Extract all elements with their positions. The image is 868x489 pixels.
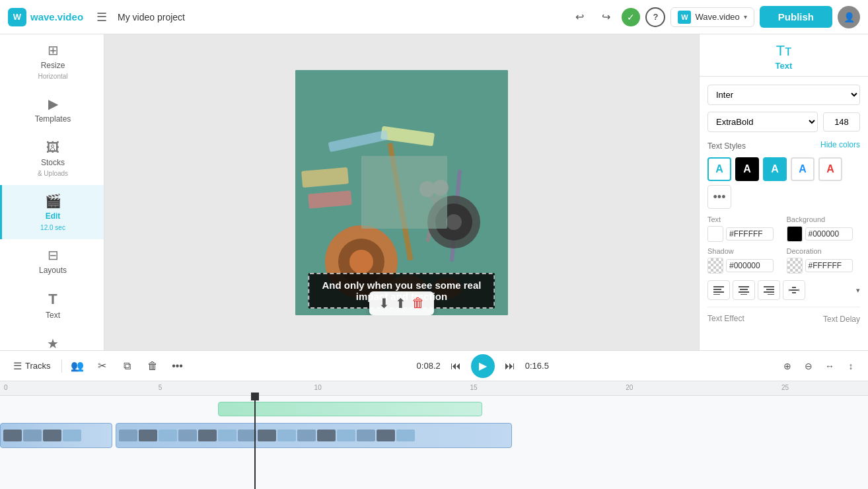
align-left-button[interactable] <box>707 280 730 300</box>
track-clip-subtitle[interactable] <box>218 402 482 416</box>
track-clip-inner-1 <box>1 430 84 441</box>
cut-button[interactable]: ✂ <box>92 356 112 376</box>
delete-button[interactable]: 🗑 <box>143 356 163 376</box>
text-delay-spacer: Text Delay <box>823 313 860 324</box>
sidebar-item-overlays[interactable]: ★ Overlays & Stickers <box>0 328 104 350</box>
sidebar-label-layouts: Layouts <box>39 266 67 275</box>
text-color-swatch[interactable] <box>707 226 723 242</box>
svg-point-12 <box>446 214 462 230</box>
style-swatch-black[interactable]: A <box>735 157 759 181</box>
style-swatch-blue-outline[interactable]: A <box>791 157 814 181</box>
toolbar-divider-1 <box>61 359 62 373</box>
text-send-back-button[interactable]: ⬇ <box>379 295 390 311</box>
decoration-color-swatch[interactable] <box>787 258 803 274</box>
font-family-row: Inter <box>707 85 860 105</box>
track-thumb-19 <box>396 430 415 441</box>
sidebar-item-text[interactable]: T Text <box>0 283 104 328</box>
skip-forward-button[interactable]: ⏭ <box>500 356 520 376</box>
sidebar-item-edit[interactable]: 🎬 Edit 12.0 sec <box>0 185 104 239</box>
style-swatch-outlined[interactable]: A <box>707 157 731 181</box>
expand-button[interactable]: ↔ <box>820 357 839 375</box>
redo-button[interactable]: ↪ <box>595 7 616 28</box>
font-family-select[interactable]: Inter <box>707 85 860 105</box>
more-styles-button[interactable]: ••• <box>707 185 731 209</box>
resize-icon: ⊞ <box>48 42 59 58</box>
bg-color-row: Background #000000 <box>787 215 861 242</box>
sidebar-item-layouts[interactable]: ⊟ Layouts <box>0 239 104 283</box>
font-size-input[interactable] <box>823 112 860 132</box>
zoom-in-button[interactable]: ⊕ <box>778 357 797 375</box>
right-panel-header: Tт Text <box>700 34 868 77</box>
line-height-arrow[interactable]: ▾ <box>856 286 860 295</box>
templates-icon: ▶ <box>48 96 58 112</box>
sidebar-item-templates[interactable]: ▶ Templates <box>0 88 104 132</box>
track-thumb-2 <box>23 430 42 441</box>
workspace-selector[interactable]: W Wave.video ▾ <box>670 7 754 27</box>
bg-color-swatch[interactable] <box>787 226 803 242</box>
video-container: ⬇ ⬆ 🗑 And only when you see some real im… <box>295 70 508 315</box>
stocks-icon: 🖼 <box>46 140 59 155</box>
style-swatch-cyan[interactable]: A <box>763 157 787 181</box>
text-icon: T <box>48 291 57 308</box>
ruler-mark-10: 10 <box>314 384 322 391</box>
shadow-color-swatch[interactable] <box>707 258 723 274</box>
right-panel: Tт Text Inter ExtraBold Text Styles Hide… <box>699 34 868 350</box>
style-swatch-red[interactable]: A <box>818 157 842 181</box>
time-end: 0:16.5 <box>525 361 549 371</box>
tracks-menu-icon: ☰ <box>13 360 22 372</box>
track-clip-video-1[interactable] <box>0 423 112 448</box>
text-color-label: Text <box>707 215 781 223</box>
tracks-button[interactable]: ☰ Tracks <box>8 357 56 375</box>
track-thumb-17 <box>357 430 375 441</box>
copy-button[interactable]: ⧉ <box>118 356 137 376</box>
track-ruler: 0 5 10 15 20 25 <box>0 381 868 396</box>
bg-color-label: Background <box>787 215 861 223</box>
main-area: ⊞ Resize Horizontal ▶ Templates 🖼 Stocks… <box>0 34 868 350</box>
publish-button[interactable]: Publish <box>760 6 832 28</box>
edit-icon: 🎬 <box>45 193 61 209</box>
hide-colors-link[interactable]: Hide colors <box>820 140 860 149</box>
track-thumb-13 <box>277 430 296 441</box>
decoration-color-input-row: #FFFFFF <box>787 258 861 274</box>
track-thumb-7 <box>159 430 177 441</box>
track-thumb-15 <box>317 430 336 441</box>
align-right-button[interactable] <box>758 280 780 300</box>
workspace-icon: W <box>678 11 691 24</box>
avatar: 👤 <box>838 6 860 28</box>
track-clip-video-2[interactable] <box>116 423 512 448</box>
decoration-color-row: Decoration #FFFFFF <box>787 247 861 274</box>
sidebar-label-stocks: Stocks <box>41 158 65 167</box>
color-grid: Text #FFFFFF Background #000000 Shadow <box>707 215 860 274</box>
text-color-input-row: #FFFFFF <box>707 226 781 242</box>
tracks-content <box>0 396 868 489</box>
timeline-tracks: 0 5 10 15 20 25 <box>0 381 868 489</box>
svg-marker-34 <box>798 289 799 291</box>
line-height-button[interactable] <box>783 280 805 300</box>
font-weight-select[interactable]: ExtraBold <box>707 112 818 132</box>
zoom-out-button[interactable]: ⊖ <box>799 357 818 375</box>
menu-icon[interactable]: ☰ <box>96 10 107 24</box>
text-bring-forward-button[interactable]: ⬆ <box>395 295 406 311</box>
text-panel-icon: Tт <box>776 42 792 59</box>
ruler-marks: 0 5 10 15 20 25 <box>3 381 868 395</box>
sidebar-item-resize[interactable]: ⊞ Resize Horizontal <box>0 34 104 88</box>
svg-point-3 <box>349 250 373 274</box>
header: W wave.video ☰ My video project ↩ ↪ ✓ ? … <box>0 0 868 34</box>
undo-button[interactable]: ↩ <box>569 7 590 28</box>
more-button[interactable]: ••• <box>168 356 188 376</box>
zoom-controls: ⊕ ⊖ ↔ ↕ <box>778 357 860 375</box>
people-button[interactable]: 👥 <box>67 356 87 376</box>
shadow-color-hex: #000000 <box>726 259 774 272</box>
align-center-button[interactable] <box>733 280 755 300</box>
text-delete-button[interactable]: 🗑 <box>412 295 425 311</box>
skip-back-button[interactable]: ⏮ <box>446 356 466 376</box>
play-button[interactable]: ▶ <box>471 354 495 378</box>
help-button[interactable]: ? <box>645 7 665 27</box>
track-thumb-14 <box>297 430 316 441</box>
check-button[interactable]: ✓ <box>622 8 640 26</box>
sidebar-item-stocks[interactable]: 🖼 Stocks & Uploads <box>0 132 104 185</box>
track-thumb-9 <box>198 430 217 441</box>
collapse-button[interactable]: ↕ <box>842 357 860 375</box>
ruler-mark-5: 5 <box>159 384 163 391</box>
svg-rect-13 <box>361 156 447 229</box>
